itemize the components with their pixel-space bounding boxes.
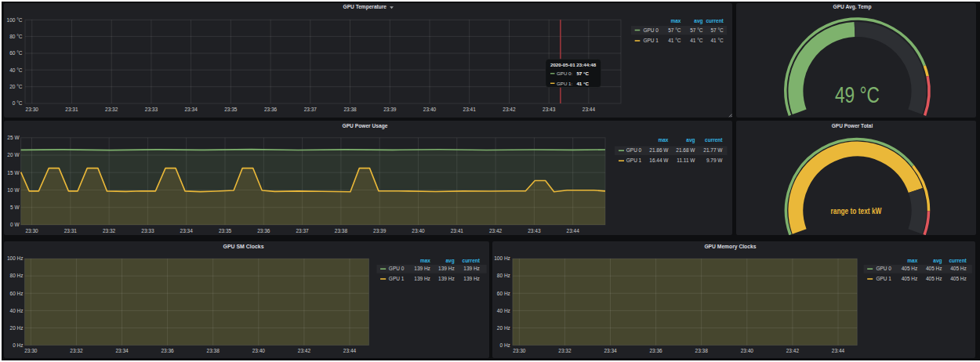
svg-text:40 °C: 40 °C (9, 67, 23, 73)
svg-text:23:43: 23:43 (528, 228, 541, 233)
svg-text:60 Hz: 60 Hz (9, 290, 23, 295)
svg-text:GPU 1: GPU 1 (388, 276, 404, 281)
svg-text:GPU 0: GPU 0 (626, 148, 641, 154)
svg-text:20 Hz: 20 Hz (9, 325, 23, 331)
svg-text:GPU SM Clocks: GPU SM Clocks (223, 243, 264, 250)
svg-text:23:38: 23:38 (206, 348, 220, 353)
svg-text:139 Hz: 139 Hz (414, 276, 430, 281)
svg-text:max: max (419, 258, 430, 263)
svg-text:current: current (705, 137, 723, 143)
svg-text:23:43: 23:43 (543, 107, 556, 112)
svg-text:23:33: 23:33 (144, 107, 158, 112)
svg-text:23:38: 23:38 (343, 107, 357, 112)
svg-text:23:30: 23:30 (24, 348, 38, 353)
svg-text:23:37: 23:37 (296, 228, 309, 233)
svg-text:GPU Memory Clocks: GPU Memory Clocks (705, 242, 757, 249)
svg-text:21.77 W: 21.77 W (703, 148, 723, 154)
svg-text:15 W: 15 W (7, 170, 20, 176)
svg-text:GPU Power Usage: GPU Power Usage (342, 123, 388, 130)
svg-text:23:32: 23:32 (558, 348, 572, 353)
svg-text:80 Hz: 80 Hz (9, 273, 23, 278)
svg-text:23:40: 23:40 (741, 348, 754, 353)
svg-text:57 °C: 57 °C (710, 27, 724, 33)
svg-text:23:36: 23:36 (161, 348, 174, 353)
svg-text:49 °C: 49 °C (835, 82, 880, 107)
svg-text:23:39: 23:39 (373, 228, 387, 233)
svg-text:100 °C: 100 °C (6, 17, 22, 23)
svg-text:GPU 0: GPU 0 (877, 266, 892, 271)
svg-text:57 °C: 57 °C (576, 71, 589, 76)
svg-text:0 W: 0 W (9, 223, 19, 228)
svg-text:23:40: 23:40 (252, 348, 265, 353)
svg-text:current: current (706, 18, 724, 24)
svg-text:405 Hz: 405 Hz (902, 276, 918, 281)
svg-text:40 Hz: 40 Hz (9, 308, 23, 313)
svg-text:57 °C: 57 °C (690, 27, 703, 33)
svg-text:23:32: 23:32 (103, 228, 116, 233)
svg-text:avg: avg (933, 258, 942, 264)
svg-text:9.79 W: 9.79 W (706, 158, 722, 164)
svg-text:23:38: 23:38 (695, 348, 709, 353)
svg-text:23:42: 23:42 (786, 348, 800, 353)
svg-text:23:42: 23:42 (297, 348, 310, 353)
svg-text:23:41: 23:41 (463, 107, 476, 112)
svg-text:41 °C: 41 °C (710, 38, 724, 43)
svg-text:avg: avg (694, 18, 702, 24)
svg-text:23:33: 23:33 (141, 228, 154, 233)
svg-text:139 Hz: 139 Hz (414, 266, 430, 271)
svg-text:GPU 0:: GPU 0: (556, 71, 572, 76)
svg-text:current: current (949, 258, 967, 263)
svg-text:0 Hz: 0 Hz (500, 342, 510, 348)
svg-text:20 °C: 20 °C (9, 84, 23, 89)
svg-text:23:41: 23:41 (450, 228, 463, 233)
svg-text:23:34: 23:34 (115, 348, 129, 353)
svg-text:405 Hz: 405 Hz (950, 266, 967, 271)
svg-text:max: max (670, 18, 681, 24)
svg-text:23:36: 23:36 (263, 107, 277, 112)
svg-text:11.11 W: 11.11 W (677, 158, 695, 164)
svg-text:23:38: 23:38 (334, 228, 347, 233)
svg-text:avg: avg (445, 258, 454, 264)
svg-text:GPU Avg. Temp: GPU Avg. Temp (833, 3, 872, 10)
svg-text:80 Hz: 80 Hz (497, 273, 510, 278)
svg-text:23:31: 23:31 (65, 107, 78, 112)
svg-text:max: max (658, 137, 668, 143)
svg-text:0 Hz: 0 Hz (13, 342, 23, 348)
svg-text:range to text kW: range to text kW (831, 207, 882, 215)
svg-text:41 °C: 41 °C (690, 38, 703, 43)
svg-text:405 Hz: 405 Hz (926, 266, 942, 271)
svg-text:100 Hz: 100 Hz (6, 255, 23, 261)
svg-text:21.68 W: 21.68 W (676, 148, 695, 154)
svg-text:139 Hz: 139 Hz (438, 266, 455, 271)
svg-text:80 °C: 80 °C (9, 34, 23, 39)
svg-text:23:37: 23:37 (303, 107, 317, 112)
svg-text:23:30: 23:30 (513, 348, 526, 353)
svg-text:GPU 0: GPU 0 (643, 27, 659, 33)
svg-text:0 °C: 0 °C (12, 100, 22, 106)
svg-text:41 °C: 41 °C (576, 81, 589, 86)
svg-text:23:36: 23:36 (650, 348, 663, 353)
svg-text:405 Hz: 405 Hz (950, 276, 967, 281)
svg-text:23:42: 23:42 (503, 107, 516, 112)
svg-text:23:35: 23:35 (224, 107, 238, 112)
svg-text:23:32: 23:32 (70, 348, 83, 353)
svg-text:23:30: 23:30 (25, 107, 38, 112)
svg-text:23:44: 23:44 (832, 348, 845, 353)
svg-text:2020-05-01 23:44:48: 2020-05-01 23:44:48 (550, 62, 596, 67)
svg-text:23:32: 23:32 (105, 107, 118, 112)
svg-text:25 W: 25 W (7, 135, 20, 140)
svg-text:20 W: 20 W (7, 153, 20, 158)
svg-text:23:42: 23:42 (488, 228, 502, 233)
svg-text:405 Hz: 405 Hz (926, 276, 942, 281)
svg-text:GPU 0: GPU 0 (388, 266, 404, 271)
svg-text:GPU Power Total: GPU Power Total (832, 123, 873, 130)
svg-text:23:34: 23:34 (184, 107, 198, 112)
svg-text:23:31: 23:31 (64, 228, 77, 233)
svg-text:23:30: 23:30 (25, 228, 38, 233)
svg-text:21.86 W: 21.86 W (649, 148, 669, 154)
svg-text:16.44 W: 16.44 W (649, 158, 669, 164)
svg-text:405 Hz: 405 Hz (902, 266, 918, 271)
svg-text:57 °C: 57 °C (668, 27, 681, 33)
svg-text:23:40: 23:40 (412, 228, 425, 233)
svg-text:23:34: 23:34 (180, 228, 193, 233)
